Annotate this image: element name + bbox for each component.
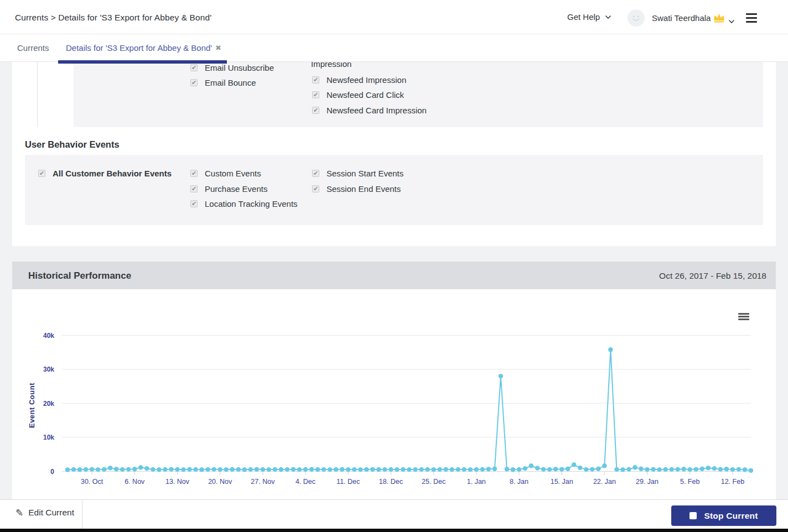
- edit-current-button[interactable]: ✎ Edit Current: [15, 508, 74, 518]
- pencil-icon: ✎: [15, 508, 23, 518]
- checkbox-row-newsfeed-card-impression[interactable]: ✔ Newsfeed Card Impression: [312, 106, 427, 115]
- checkbox-row-location-tracking-events[interactable]: ✔ Location Tracking Events: [190, 199, 298, 208]
- historical-performance-chart-card: 010k20k30k40k30. Oct6. Nov13. Nov20. Nov…: [12, 289, 776, 499]
- clipped-label-impression: Impression: [311, 62, 351, 69]
- edit-current-label: Edit Current: [28, 508, 74, 518]
- checkbox-checked-icon[interactable]: ✔: [312, 170, 319, 177]
- checkbox-row-email-bounce[interactable]: ✔ Email Bounce: [190, 78, 256, 87]
- checkbox-checked-icon[interactable]: ✔: [38, 170, 45, 177]
- checkbox-row-newsfeed-card-click[interactable]: ✔ Newsfeed Card Click: [312, 90, 404, 100]
- stop-current-label: Stop Current: [704, 511, 758, 521]
- checkbox-checked-icon[interactable]: ✔: [190, 79, 198, 86]
- svg-text:30. Oct: 30. Oct: [81, 478, 103, 486]
- checkbox-row-session-start-events[interactable]: ✔ Session Start Events: [312, 169, 403, 178]
- user-behavior-events-heading: User Behavior Events: [25, 139, 120, 150]
- event-count-line-chart: 010k20k30k40k30. Oct6. Nov13. Nov20. Nov…: [12, 289, 776, 499]
- checkbox-checked-icon[interactable]: ✔: [190, 200, 198, 207]
- action-bar: ✎ Edit Current Stop Current: [0, 499, 788, 529]
- footer-divider: [82, 500, 82, 529]
- svg-text:1. Jan: 1. Jan: [467, 478, 486, 486]
- checkbox-row-all-customer-behavior[interactable]: ✔ All Customer Behavior Events: [38, 169, 172, 178]
- svg-text:20k: 20k: [43, 400, 54, 408]
- svg-text:18. Dec: 18. Dec: [379, 478, 403, 486]
- checkbox-row-purchase-events[interactable]: ✔ Purchase Events: [190, 184, 267, 194]
- svg-text:8. Jan: 8. Jan: [510, 478, 528, 486]
- svg-text:29. Jan: 29. Jan: [636, 478, 659, 486]
- avatar[interactable]: [628, 9, 645, 27]
- historical-performance-header: Historical Performance Oct 26, 2017 - Fe…: [12, 262, 776, 289]
- breadcrumb: Currents > Details for 'S3 Export for Ab…: [15, 13, 211, 23]
- top-header: Currents > Details for 'S3 Export for Ab…: [0, 0, 788, 34]
- svg-text:0: 0: [50, 468, 54, 476]
- user-name[interactable]: Swati Teerdhala: [652, 13, 711, 23]
- svg-text:40k: 40k: [43, 332, 54, 340]
- svg-text:30k: 30k: [43, 366, 54, 373]
- svg-text:20. Nov: 20. Nov: [208, 478, 232, 486]
- stop-current-button[interactable]: Stop Current: [671, 505, 776, 526]
- checkbox-checked-icon[interactable]: ✔: [312, 91, 319, 98]
- tab-details[interactable]: Details for 'S3 Export for Abbey & Bond': [66, 43, 212, 53]
- svg-text:11. Dec: 11. Dec: [336, 478, 360, 486]
- svg-text:Event Count: Event Count: [28, 383, 36, 428]
- close-tab-icon[interactable]: ✖: [215, 44, 221, 52]
- panel-edge-line: [37, 62, 38, 127]
- avatar-face-icon: [628, 9, 645, 27]
- chart-context-menu-icon[interactable]: [738, 313, 749, 321]
- svg-text:13. Nov: 13. Nov: [165, 478, 190, 486]
- stop-square-icon: [690, 512, 697, 519]
- svg-text:12. Feb: 12. Feb: [721, 478, 744, 486]
- bottom-edge-strip: [0, 529, 788, 532]
- chevron-down-icon[interactable]: [728, 16, 735, 26]
- checkbox-checked-icon[interactable]: ✔: [190, 64, 198, 71]
- hamburger-menu-icon[interactable]: [746, 13, 757, 23]
- get-help-label: Get Help: [567, 12, 600, 22]
- svg-text:25. Dec: 25. Dec: [422, 478, 445, 486]
- message-events-panel: Impression ✔ Email Unsubscribe ✔ Email B…: [74, 62, 763, 127]
- checkbox-checked-icon[interactable]: ✔: [312, 185, 319, 192]
- export-details-card: Impression ✔ Email Unsubscribe ✔ Email B…: [12, 62, 776, 246]
- svg-text:15. Jan: 15. Jan: [551, 478, 573, 486]
- svg-text:27. Nov: 27. Nov: [251, 478, 275, 486]
- svg-text:4. Dec: 4. Dec: [296, 478, 315, 486]
- svg-text:22. Jan: 22. Jan: [593, 478, 616, 486]
- checkbox-row-session-end-events[interactable]: ✔ Session End Events: [312, 184, 401, 194]
- active-tab-underline: [58, 60, 227, 64]
- chevron-down-icon: [605, 15, 611, 19]
- svg-text:5. Feb: 5. Feb: [680, 478, 699, 486]
- svg-text:6. Nov: 6. Nov: [125, 478, 145, 486]
- checkbox-checked-icon[interactable]: ✔: [312, 76, 319, 84]
- tab-currents[interactable]: Currents: [17, 43, 49, 53]
- checkbox-checked-icon[interactable]: ✔: [312, 107, 319, 114]
- date-range: Oct 26, 2017 - Feb 15, 2018: [659, 271, 766, 281]
- checkbox-checked-icon[interactable]: ✔: [190, 185, 198, 192]
- checkbox-checked-icon[interactable]: ✔: [190, 170, 198, 177]
- user-behavior-panel: ✔ All Customer Behavior Events ✔ Custom …: [25, 155, 763, 225]
- checkbox-row-custom-events[interactable]: ✔ Custom Events: [190, 169, 261, 178]
- checkbox-row-email-unsubscribe[interactable]: ✔ Email Unsubscribe: [190, 63, 274, 72]
- tab-bar: Currents Details for 'S3 Export for Abbe…: [0, 34, 788, 62]
- get-help-menu[interactable]: Get Help: [567, 12, 611, 22]
- historical-performance-title: Historical Performance: [28, 270, 131, 281]
- checkbox-row-newsfeed-impression[interactable]: ✔ Newsfeed Impression: [312, 75, 406, 85]
- svg-text:10k: 10k: [43, 434, 54, 441]
- crown-icon: [713, 12, 725, 25]
